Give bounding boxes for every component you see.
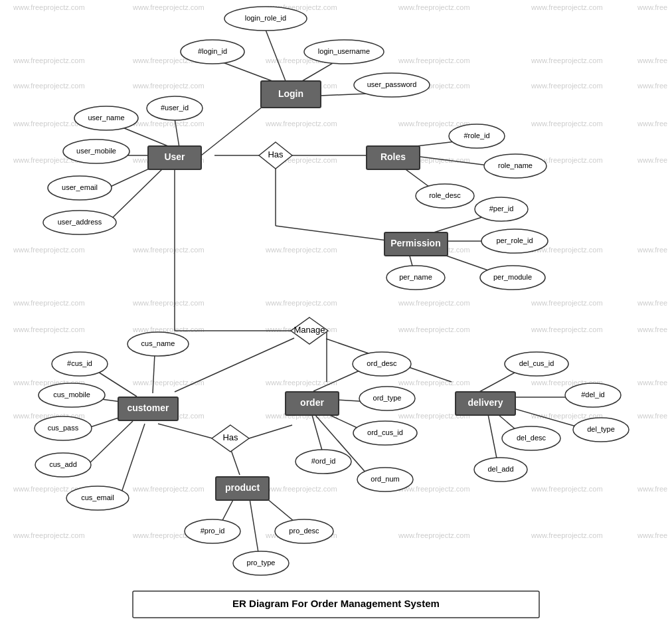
svg-text:www.freeprojectz.com: www.freeprojectz.com	[13, 246, 85, 254]
attr-cus-name-label: cus_name	[141, 339, 175, 347]
svg-line-83	[108, 167, 164, 223]
svg-line-102	[88, 421, 133, 465]
entity-order-label: order	[300, 397, 324, 408]
svg-text:www.freeprojectz.com: www.freeprojectz.com	[531, 56, 603, 64]
svg-text:www.free: www.free	[637, 531, 667, 539]
svg-line-119	[249, 495, 259, 557]
attr-ord-num-label: ord_num	[371, 475, 399, 483]
attr-pro-type-label: pro_type	[247, 559, 276, 567]
entity-permission-label: Permission	[390, 238, 440, 248]
svg-text:www.free: www.free	[637, 82, 667, 90]
svg-text:www.freeprojectz.com: www.freeprojectz.com	[265, 485, 337, 493]
svg-text:www.free: www.free	[637, 299, 667, 307]
svg-line-72	[266, 30, 286, 81]
rel-has2-label: Has	[222, 432, 238, 442]
attr-cus-mobile-label: cus_mobile	[53, 391, 90, 399]
attr-ord-desc-label: ord_desc	[367, 359, 397, 367]
attr-cus-email-label: cus_email	[81, 493, 114, 501]
attr-role-name-label: role_name	[498, 161, 533, 169]
title-label: ER Diagram For Order Management System	[232, 598, 440, 609]
attr-user-mobile-label: user_mobile	[76, 147, 116, 155]
attr-cus-id-label: #cus_id	[67, 359, 92, 367]
attr-del-desc-label: del_desc	[517, 434, 546, 442]
svg-text:www.freeprojectz.com: www.freeprojectz.com	[398, 120, 470, 128]
attr-user-id-label: #user_id	[161, 104, 189, 112]
attr-del-id-label: #del_id	[581, 391, 604, 399]
svg-text:www.freeprojectz.com: www.freeprojectz.com	[398, 299, 470, 307]
svg-text:www.free: www.free	[637, 485, 667, 493]
attr-pro-id-label: #pro_id	[201, 527, 225, 535]
attr-cus-add-label: cus_add	[49, 460, 77, 468]
svg-text:www.freeprojectz.com: www.freeprojectz.com	[265, 299, 337, 307]
svg-line-88	[276, 226, 392, 241]
attr-user-name-label: user_name	[88, 114, 124, 122]
entity-user-label: User	[164, 151, 185, 162]
svg-text:www.freeprojectz.com: www.freeprojectz.com	[265, 246, 337, 254]
diagram-container: www.freeprojectz.com www.freeprojectz.co…	[0, 0, 672, 625]
svg-text:www.freeprojectz.com: www.freeprojectz.com	[398, 531, 470, 539]
svg-text:www.freeprojectz.com: www.freeprojectz.com	[398, 325, 470, 333]
svg-line-110	[312, 415, 323, 455]
svg-text:www.freeprojectz.com: www.freeprojectz.com	[13, 299, 85, 307]
svg-text:www.freeprojectz.com: www.freeprojectz.com	[132, 325, 205, 333]
svg-text:www.freeprojectz.com: www.freeprojectz.com	[531, 3, 603, 11]
svg-text:www.freeprojectz.com: www.freeprojectz.com	[531, 485, 603, 493]
entity-customer-label: customer	[127, 402, 169, 413]
attr-user-email-label: user_email	[62, 183, 98, 191]
svg-text:www.freeprojectz.com: www.freeprojectz.com	[132, 82, 205, 90]
svg-line-105	[230, 448, 240, 475]
svg-text:www.free: www.free	[637, 379, 667, 387]
entity-product-label: product	[225, 482, 260, 493]
svg-text:www.free: www.free	[637, 56, 667, 64]
attr-cus-pass-label: cus_pass	[48, 424, 79, 432]
entity-login-label: Login	[278, 88, 303, 99]
svg-text:www.freeprojectz.com: www.freeprojectz.com	[13, 120, 85, 128]
svg-text:www.freeprojectz.com: www.freeprojectz.com	[132, 120, 205, 128]
attr-del-add-label: del_add	[487, 465, 513, 473]
entity-delivery-label: delivery	[468, 397, 503, 408]
svg-text:www.free: www.free	[637, 3, 667, 11]
svg-line-106	[249, 425, 292, 438]
attr-user-password-label: user_password	[367, 80, 417, 88]
attr-role-id-label: #role_id	[463, 132, 489, 139]
svg-text:www.freeprojectz.com: www.freeprojectz.com	[13, 56, 85, 64]
svg-text:www.freeprojectz.com: www.freeprojectz.com	[398, 379, 470, 387]
svg-text:www.freeprojectz.com: www.freeprojectz.com	[13, 3, 85, 11]
svg-text:www.free: www.free	[637, 246, 667, 254]
svg-text:www.freeprojectz.com: www.freeprojectz.com	[531, 299, 603, 307]
attr-ord-type-label: ord_type	[373, 394, 402, 402]
svg-text:www.freeprojectz.com: www.freeprojectz.com	[265, 120, 337, 128]
svg-text:www.free: www.free	[637, 325, 667, 333]
rel-has1-label: Has	[268, 149, 284, 159]
svg-text:www.freeprojectz.com: www.freeprojectz.com	[13, 531, 85, 539]
attr-per-id-label: #per_id	[489, 205, 514, 213]
svg-text:www.freeprojectz.com: www.freeprojectz.com	[531, 120, 603, 128]
svg-text:www.free: www.free	[637, 120, 667, 128]
attr-ord-cus-id-label: ord_cus_id	[367, 428, 403, 436]
svg-text:www.freeprojectz.com: www.freeprojectz.com	[13, 325, 85, 333]
svg-text:www.freeprojectz.com: www.freeprojectz.com	[132, 379, 205, 387]
svg-text:www.freeprojectz.com: www.freeprojectz.com	[398, 3, 470, 11]
svg-text:www.freeprojectz.com: www.freeprojectz.com	[531, 82, 603, 90]
attr-role-desc-label: role_desc	[429, 191, 461, 199]
svg-text:www.free: www.free	[637, 412, 667, 420]
attr-login-id-label: #login_id	[198, 47, 227, 55]
attr-per-name-label: per_name	[399, 273, 432, 281]
rel-manage-label: Manage	[294, 325, 325, 335]
svg-text:www.freeprojectz.com: www.freeprojectz.com	[132, 3, 205, 11]
svg-text:www.freeprojectz.com: www.freeprojectz.com	[531, 325, 603, 333]
svg-text:www.free: www.free	[637, 156, 667, 164]
svg-text:www.freeprojectz.com: www.freeprojectz.com	[132, 299, 205, 307]
svg-text:www.freeprojectz.com: www.freeprojectz.com	[132, 485, 205, 493]
svg-line-104	[158, 424, 212, 438]
attr-login-username-label: login_username	[318, 47, 370, 55]
attr-login-role-id-label: login_role_id	[245, 14, 286, 22]
entity-roles-label: Roles	[380, 151, 406, 162]
svg-text:www.freeprojectz.com: www.freeprojectz.com	[132, 246, 205, 254]
svg-line-99	[153, 354, 155, 393]
svg-text:www.freeprojectz.com: www.freeprojectz.com	[398, 56, 470, 64]
attr-pro-desc-label: pro_desc	[289, 527, 319, 535]
er-diagram-svg: www.freeprojectz.com www.freeprojectz.co…	[0, 0, 672, 625]
attr-user-address-label: user_address	[58, 218, 102, 226]
svg-text:www.freeprojectz.com: www.freeprojectz.com	[531, 531, 603, 539]
